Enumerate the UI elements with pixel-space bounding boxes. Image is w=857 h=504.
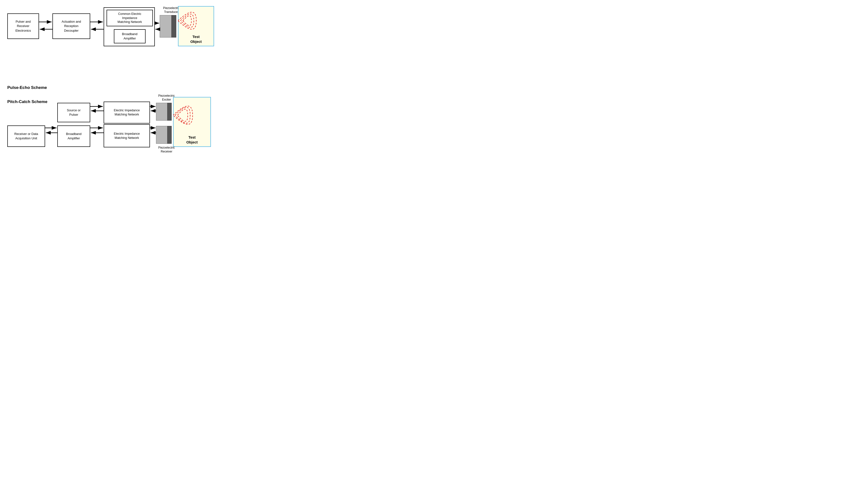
arrows-top: [5, 5, 217, 54]
arrows-bottom: [5, 98, 217, 154]
diagram-container: Pulse-Echo Scheme Pulser and Receiver El…: [5, 5, 217, 156]
pulse-echo-label: Pulse-Echo Scheme: [7, 85, 47, 90]
